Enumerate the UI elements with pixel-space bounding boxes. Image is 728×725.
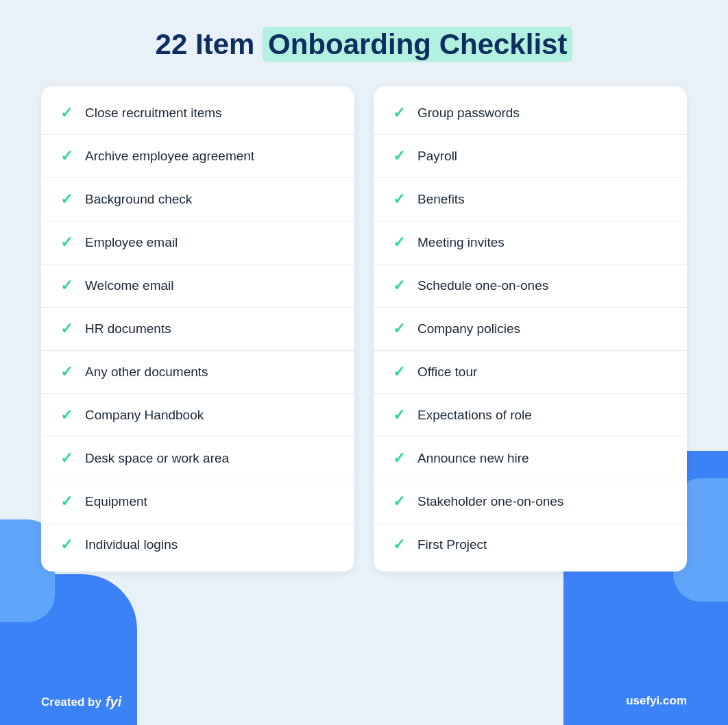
check-icon: ✓	[60, 493, 73, 511]
title-highlight: Onboarding Checklist	[263, 27, 572, 62]
item-label: Welcome email	[85, 278, 174, 293]
item-label: Announce new hire	[417, 451, 529, 466]
list-item: ✓ Desk space or work area	[41, 437, 354, 480]
list-item: ✓ Close recruitment items	[41, 92, 354, 135]
check-icon: ✓	[60, 147, 73, 165]
check-icon: ✓	[393, 493, 405, 511]
brand-name: fyi	[106, 694, 121, 710]
check-icon: ✓	[60, 277, 73, 295]
item-label: Office tour	[417, 365, 477, 380]
list-item: ✓ Equipment	[41, 480, 354, 524]
check-icon: ✓	[393, 234, 405, 251]
list-item: ✓ Employee email	[41, 221, 354, 265]
list-item: ✓ Office tour	[374, 351, 687, 394]
item-label: Stakeholder one-on-ones	[417, 494, 563, 509]
check-icon: ✓	[393, 104, 405, 122]
check-icon: ✓	[60, 450, 73, 467]
list-item: ✓ Archive employee agreement	[41, 135, 354, 178]
footer: Created by fyi usefyi.com	[0, 694, 728, 710]
item-label: Schedule one-on-ones	[417, 278, 548, 293]
check-icon: ✓	[60, 191, 73, 208]
list-item: ✓ Benefits	[374, 178, 687, 221]
footer-left: Created by fyi	[41, 694, 121, 710]
list-item: ✓ Any other documents	[41, 351, 354, 394]
list-item: ✓ Background check	[41, 178, 354, 221]
list-item: ✓ Expectations of role	[374, 394, 687, 437]
check-icon: ✓	[60, 536, 73, 554]
footer-right: usefyi.com	[626, 694, 687, 710]
check-icon: ✓	[393, 191, 405, 208]
item-label: First Project	[417, 537, 487, 552]
check-icon: ✓	[393, 450, 405, 467]
item-label: Group passwords	[417, 106, 520, 121]
checklist-container: ✓ Close recruitment items ✓ Archive empl…	[41, 86, 687, 572]
title-area: 22 Item Onboarding Checklist	[156, 27, 573, 62]
list-item: ✓ Welcome email	[41, 265, 354, 308]
left-checklist-card: ✓ Close recruitment items ✓ Archive empl…	[41, 86, 354, 572]
list-item: ✓ Announce new hire	[374, 437, 687, 480]
check-icon: ✓	[393, 406, 405, 424]
item-label: Background check	[85, 192, 192, 207]
list-item: ✓ Company Handbook	[41, 394, 354, 437]
right-checklist-card: ✓ Group passwords ✓ Payroll ✓ Benefits ✓…	[374, 86, 687, 572]
list-item: ✓ Individual logins	[41, 524, 354, 566]
list-item: ✓ Company policies	[374, 308, 687, 351]
created-by-label: Created by	[41, 696, 101, 709]
check-icon: ✓	[393, 277, 405, 295]
list-item: ✓ Payroll	[374, 135, 687, 178]
check-icon: ✓	[393, 320, 405, 338]
list-item: ✓ Meeting invites	[374, 221, 687, 265]
check-icon: ✓	[393, 363, 405, 381]
check-icon: ✓	[393, 536, 405, 554]
title-prefix: 22 Item	[156, 28, 263, 60]
item-label: Desk space or work area	[85, 451, 229, 466]
check-icon: ✓	[393, 147, 405, 165]
check-icon: ✓	[60, 406, 73, 424]
check-icon: ✓	[60, 234, 73, 251]
list-item: ✓ Schedule one-on-ones	[374, 265, 687, 308]
item-label: Any other documents	[85, 365, 208, 380]
item-label: Archive employee agreement	[85, 149, 254, 164]
item-label: Meeting invites	[417, 235, 505, 250]
item-label: Company Handbook	[85, 408, 204, 423]
page-title: 22 Item Onboarding Checklist	[156, 27, 573, 62]
item-label: Equipment	[85, 494, 147, 509]
item-label: Payroll	[417, 149, 457, 164]
item-label: HR documents	[85, 321, 171, 336]
item-label: Expectations of role	[417, 408, 532, 423]
list-item: ✓ HR documents	[41, 308, 354, 351]
list-item: ✓ First Project	[374, 524, 687, 566]
list-item: ✓ Group passwords	[374, 92, 687, 135]
check-icon: ✓	[60, 363, 73, 381]
item-label: Employee email	[85, 235, 178, 250]
website-url: usefyi.com	[626, 694, 687, 707]
check-icon: ✓	[60, 320, 73, 338]
page-content: 22 Item Onboarding Checklist ✓ Close rec…	[0, 0, 728, 592]
item-label: Company policies	[417, 321, 520, 336]
item-label: Benefits	[417, 192, 465, 207]
item-label: Individual logins	[85, 537, 178, 552]
list-item: ✓ Stakeholder one-on-ones	[374, 480, 687, 524]
check-icon: ✓	[60, 104, 73, 122]
item-label: Close recruitment items	[85, 106, 222, 121]
